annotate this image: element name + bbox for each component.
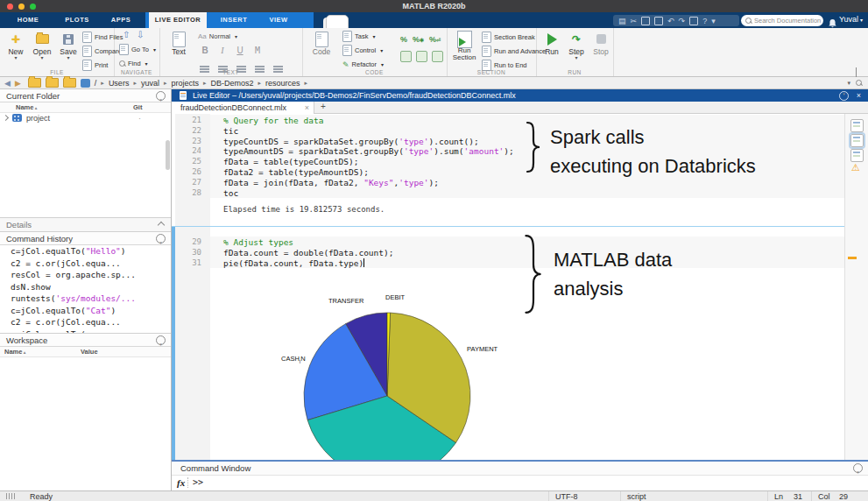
warning-icon[interactable]: ⚠: [851, 162, 860, 173]
task-button[interactable]: Task: [342, 31, 375, 42]
help-icon[interactable]: ?: [702, 17, 707, 25]
workspace-col-name[interactable]: Name: [4, 348, 25, 356]
panel-menu-icon[interactable]: [156, 91, 166, 101]
smart-indent-icon[interactable]: [400, 51, 412, 62]
file-tab[interactable]: fraudDetectionDBConnect.mlx: [172, 102, 314, 114]
code-lines-2[interactable]: % Adjust typesfData.count = double(fData…: [223, 237, 393, 268]
run-button[interactable]: Run: [540, 31, 564, 56]
code-line[interactable]: fData = table(typeCountDS);: [223, 157, 514, 167]
parent-folder-icon[interactable]: [63, 78, 76, 88]
new-window-icon[interactable]: [689, 17, 698, 25]
copy-icon[interactable]: [641, 17, 650, 25]
collapse-details-icon[interactable]: [158, 222, 165, 229]
history-item[interactable]: c=jCol.equalTo("Hello"): [11, 245, 171, 258]
code-line[interactable]: tic: [223, 126, 514, 137]
italic-button[interactable]: I: [217, 46, 228, 55]
tab-home[interactable]: HOME: [7, 12, 49, 28]
new-folder-icon[interactable]: [28, 78, 41, 88]
text-button[interactable]: Text: [166, 31, 191, 56]
monospace-button[interactable]: M: [252, 46, 263, 55]
control-button[interactable]: Control: [342, 45, 383, 56]
find-button[interactable]: Find: [119, 58, 148, 69]
command-window-menu-icon[interactable]: [853, 463, 863, 473]
code-line[interactable]: fData = join(fData, fData2, "Keys",'type…: [223, 178, 514, 188]
search-documentation-box[interactable]: Search Documentation: [741, 15, 823, 26]
browse-folder-icon[interactable]: [81, 79, 90, 88]
new-tab-button[interactable]: [317, 102, 329, 114]
history-item[interactable]: runtests('sys/modules/...: [11, 293, 171, 305]
history-item[interactable]: c2 = c.or(jCol.equa...: [11, 316, 171, 328]
user-menu[interactable]: Yuval: [839, 15, 863, 24]
open-button[interactable]: Open▾: [30, 31, 54, 60]
docbar-close-icon[interactable]: [857, 91, 861, 100]
align-right-icon[interactable]: [273, 66, 283, 67]
forward-button[interactable]: ▶: [15, 78, 21, 88]
command-prompt-area[interactable]: fx >>: [172, 476, 868, 491]
go-up-icon[interactable]: ⇧: [123, 30, 130, 39]
tab-insert[interactable]: INSERT: [214, 12, 254, 28]
align-left-icon[interactable]: [236, 66, 246, 67]
indent-left-icon[interactable]: [416, 51, 427, 62]
redo-icon[interactable]: ↷: [679, 17, 686, 25]
tab-plots[interactable]: PLOTS: [56, 12, 98, 28]
breadcrumb-resources[interactable]: resources: [265, 79, 300, 88]
bullet-list-icon[interactable]: [200, 66, 209, 67]
command-history-list[interactable]: c=jCol.equalTo("Hello")c2 = c.or(jCol.eq…: [0, 245, 171, 333]
breadcrumb-projects[interactable]: projects: [171, 79, 199, 88]
code-line[interactable]: % Adjust types: [223, 237, 393, 248]
hide-code-icon[interactable]: [850, 149, 864, 162]
section-break-button[interactable]: Section Break: [482, 32, 535, 43]
code-button[interactable]: Code: [309, 31, 334, 56]
statusbar-grip-icon[interactable]: [6, 493, 15, 499]
wrap-comments-icon[interactable]: %⏎: [429, 35, 441, 44]
code-line[interactable]: fData.count = double(fData.count);: [223, 248, 393, 258]
code-line[interactable]: typeAmountDS = sparkDataSet.groupBy('typ…: [223, 146, 514, 157]
address-search-icon[interactable]: [856, 80, 862, 86]
code-line[interactable]: toc: [223, 188, 514, 199]
align-center-icon[interactable]: [255, 66, 265, 67]
run-section-button[interactable]: Run Section: [450, 31, 478, 61]
save-button[interactable]: Save▾: [56, 31, 81, 60]
stop-button[interactable]: Stop: [589, 31, 613, 56]
comment-icon[interactable]: %: [400, 35, 407, 44]
docbar-menu-icon[interactable]: [839, 91, 849, 101]
fx-button[interactable]: fx: [177, 477, 188, 488]
tab-apps[interactable]: APPS: [103, 12, 138, 28]
history-scrollbar[interactable]: [166, 140, 170, 170]
scrollbar-warning-marker[interactable]: [848, 257, 857, 259]
bold-button[interactable]: B: [200, 46, 210, 55]
code-line[interactable]: % Query for the data: [223, 116, 514, 126]
tab-live-editor[interactable]: LIVE EDITOR: [149, 12, 207, 28]
new-button[interactable]: + New▾: [4, 31, 28, 60]
address-dropdown-icon[interactable]: ▾: [847, 80, 850, 87]
paste-icon[interactable]: [654, 17, 663, 25]
go-down-icon[interactable]: ⇩: [137, 30, 144, 39]
workspace-col-value[interactable]: Value: [81, 348, 98, 356]
tab-close-icon[interactable]: [305, 103, 309, 112]
text-style-dropdown[interactable]: Aa Normal: [198, 31, 237, 42]
expand-arrow-icon[interactable]: [3, 115, 9, 121]
code-line[interactable]: fData2 = table(typeAmountDS);: [223, 167, 514, 178]
save-quick-icon[interactable]: ▤: [618, 17, 626, 25]
history-item[interactable]: resCol = org.apache.sp...: [11, 269, 171, 281]
breadcrumb-yuval[interactable]: yuval: [141, 79, 159, 88]
uncomment-icon[interactable]: %✱: [413, 35, 424, 44]
editor-content[interactable]: 2122232425262728 % Query for the datatic…: [172, 114, 868, 460]
details-panel[interactable]: Details: [0, 217, 171, 232]
collapse-toolstrip-button[interactable]: [856, 68, 863, 74]
output-inline-icon[interactable]: [850, 119, 864, 132]
column-name[interactable]: Name: [16, 103, 37, 111]
history-item[interactable]: dsN.show: [11, 281, 171, 293]
undo-icon[interactable]: ↶: [667, 17, 674, 25]
step-button[interactable]: ↷ Step▾: [564, 31, 589, 60]
back-button[interactable]: ◀: [4, 78, 11, 88]
code-line[interactable]: pie(fData.count, fData.type): [223, 258, 393, 269]
cut-icon[interactable]: ✂: [631, 17, 638, 25]
underline-button[interactable]: U: [235, 46, 245, 55]
numbered-list-icon[interactable]: [218, 66, 228, 67]
panel-menu-icon[interactable]: [156, 335, 166, 345]
code-line[interactable]: typeCountDS = sparkDataSet.groupBy('type…: [223, 137, 514, 147]
tab-view[interactable]: VIEW: [261, 12, 296, 28]
folder-row-project[interactable]: project ·: [0, 113, 171, 123]
breadcrumb-users[interactable]: Users: [109, 79, 130, 88]
